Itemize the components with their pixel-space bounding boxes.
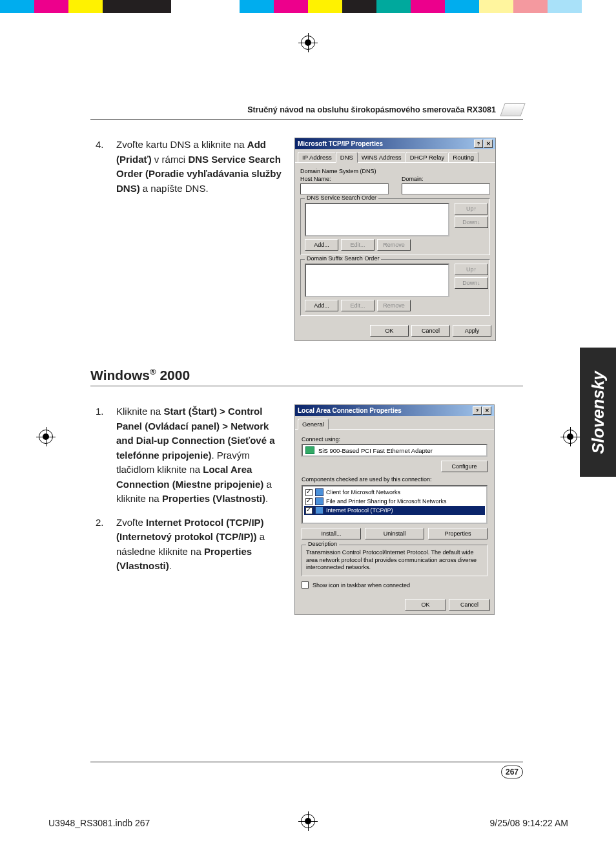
win2000-block: 1. Kliknite na Start (Štart) > Control P… [90, 404, 523, 615]
suffix-add-button[interactable]: Add... [305, 300, 338, 311]
component-tcpip[interactable]: Internet Protocol (TCP/IP) [304, 506, 485, 515]
page-content: Stručný návod na obsluhu širokopásmového… [90, 103, 523, 782]
step1-text: 1. Kliknite na Start (Štart) > Control P… [90, 404, 284, 506]
dialog2-footer: OK Cancel [295, 595, 494, 614]
show-icon-checkbox[interactable] [302, 581, 309, 589]
page-title: Stručný návod na obsluhu širokopásmového… [247, 105, 496, 114]
dns-up-button[interactable]: Up↑ [455, 203, 488, 214]
suffix-up-button[interactable]: Up↑ [455, 264, 488, 275]
checkbox-icon[interactable] [305, 498, 313, 505]
dialog2-title: Local Area Connection Properties [298, 407, 402, 414]
suffix-down-button[interactable]: Down↓ [455, 277, 488, 289]
nic-icon [305, 446, 314, 454]
description-legend: Description [306, 541, 339, 548]
component-file-sharing[interactable]: File and Printer Sharing for Microsoft N… [304, 497, 485, 506]
print-color-bar [0, 0, 616, 13]
tab-dhcp-relay[interactable]: DHCP Relay [406, 152, 449, 162]
step4-number: 4. [96, 138, 104, 152]
dialog2-titlebar: Local Area Connection Properties ? ✕ [295, 405, 494, 416]
connect-using-label: Connect using: [302, 436, 488, 443]
step4-block: 4. Zvoľte kartu DNS a kliknite na Add (P… [90, 138, 523, 341]
help-button[interactable]: ? [474, 140, 483, 148]
close-button[interactable]: ✕ [484, 140, 493, 148]
suffix-search-order-group: Domain Suffix Search Order Up↑ Down↓ Add… [300, 259, 490, 316]
show-icon-label: Show icon in taskbar when connected [313, 582, 410, 589]
footer-file: U3948_RS3081.indb 267 [48, 818, 150, 828]
registration-mark-icon [563, 430, 577, 444]
lan-properties-dialog: Local Area Connection Properties ? ✕ Gen… [294, 404, 495, 615]
tab-ip-address[interactable]: IP Address [298, 152, 336, 162]
configure-button[interactable]: Configure [441, 461, 488, 472]
suffix-edit-button[interactable]: Edit... [341, 300, 375, 311]
dns-search-order-list[interactable] [305, 203, 449, 236]
dialog1-titlebar: Microsoft TCP/IP Properties ? ✕ [295, 138, 495, 149]
registration-mark-icon [39, 430, 53, 444]
uninstall-button[interactable]: Uninstall [365, 528, 424, 539]
tab-routing[interactable]: Routing [448, 152, 478, 162]
tab-wins-address[interactable]: WINS Address [357, 152, 406, 162]
adapter-name: SiS 900-Based PCI Fast Ethernet Adapter [318, 447, 433, 454]
dialog2-ok-button[interactable]: OK [405, 599, 446, 610]
install-button[interactable]: Install... [302, 528, 361, 539]
dialog1-apply-button[interactable]: Apply [453, 325, 491, 337]
step1-number: 1. [96, 404, 104, 419]
component-buttons: Install... Uninstall Properties [302, 528, 488, 539]
suffix-search-order-list[interactable] [305, 264, 449, 297]
dialog1-ok-button[interactable]: OK [370, 325, 409, 337]
tab-dns[interactable]: DNS [336, 152, 358, 163]
dialog2-body: Connect using: SiS 900-Based PCI Fast Et… [295, 430, 494, 595]
dialog1-title: Microsoft TCP/IP Properties [298, 140, 383, 147]
domain-field[interactable] [402, 183, 490, 194]
components-label: Components checked are used by this conn… [302, 476, 488, 483]
page-header: Stručný návod na obsluhu širokopásmového… [90, 103, 523, 120]
router-icon [500, 103, 525, 116]
dns-search-order-legend: DNS Service Search Order [305, 194, 378, 201]
dialog1-cancel-button[interactable]: Cancel [411, 325, 450, 337]
dialog1-body: Domain Name System (DNS) Host Name: Doma… [295, 163, 495, 321]
suffix-remove-button[interactable]: Remove [377, 300, 411, 311]
component-icon [315, 506, 323, 514]
components-list[interactable]: Client for Microsoft Networks File and P… [302, 485, 488, 524]
dns-remove-button[interactable]: Remove [377, 239, 411, 251]
host-name-label: Host Name: [300, 176, 389, 182]
close-button[interactable]: ✕ [482, 406, 491, 415]
language-tab-label: Slovensky [588, 371, 608, 454]
domain-label: Domain: [402, 176, 490, 182]
tab-general[interactable]: General [298, 419, 329, 430]
show-icon-row[interactable]: Show icon in taskbar when connected [302, 581, 488, 589]
host-name-field[interactable] [300, 183, 389, 194]
print-footer: U3948_RS3081.indb 267 9/25/08 9:14:22 AM [48, 818, 568, 828]
step2-number: 2. [96, 516, 104, 530]
component-icon [315, 488, 323, 496]
description-text: Transmission Control Protocol/Internet P… [306, 549, 477, 570]
suffix-search-order-legend: Domain Suffix Search Order [305, 255, 381, 262]
section-heading: Windows® 2000 [90, 367, 523, 386]
footer-rule [90, 762, 523, 762]
checkbox-icon[interactable] [305, 489, 313, 496]
dialog1-tabs: IP Address DNS WINS Address DHCP Relay R… [295, 149, 495, 163]
dns-edit-button[interactable]: Edit... [341, 239, 375, 251]
step2-text: 2. Zvoľte Internet Protocol (TCP/IP) (In… [90, 516, 284, 574]
dialog2-tabs: General [295, 416, 494, 430]
checkbox-icon[interactable] [305, 507, 313, 514]
tcpip-properties-dialog: Microsoft TCP/IP Properties ? ✕ IP Addre… [294, 138, 496, 341]
dns-down-button[interactable]: Down↓ [455, 216, 488, 228]
footer-timestamp: 9/25/08 9:14:22 AM [490, 818, 568, 828]
properties-button[interactable]: Properties [428, 528, 488, 539]
dialog2-cancel-button[interactable]: Cancel [449, 599, 490, 610]
component-icon [315, 497, 323, 505]
page-number: 267 [501, 766, 523, 778]
dns-system-label: Domain Name System (DNS) [300, 168, 490, 174]
help-button[interactable]: ? [473, 406, 482, 415]
component-client[interactable]: Client for Microsoft Networks [304, 488, 485, 497]
step4-text: 4. Zvoľte kartu DNS a kliknite na Add (P… [90, 138, 284, 196]
dns-search-order-group: DNS Service Search Order Up↑ Down↓ Add..… [300, 198, 490, 255]
registration-mark-icon [301, 36, 315, 50]
description-box: Description Transmission Control Protoco… [302, 545, 488, 576]
adapter-display: SiS 900-Based PCI Fast Ethernet Adapter [302, 444, 488, 457]
dialog1-footer: OK Cancel Apply [295, 321, 495, 340]
dns-add-button[interactable]: Add... [305, 239, 338, 251]
language-tab: Slovensky [580, 348, 616, 477]
